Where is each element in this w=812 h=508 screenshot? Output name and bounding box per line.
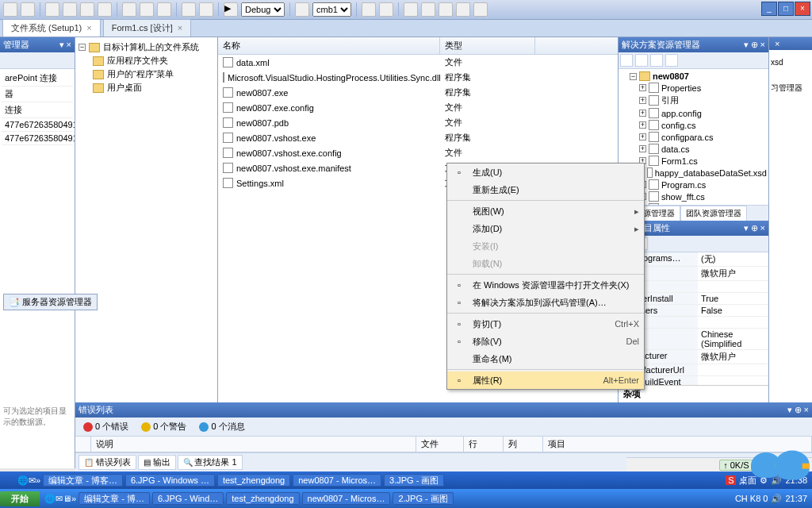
prop-value[interactable] (698, 317, 768, 328)
server-explorer-tab[interactable]: 📑 服务器资源管理器 (3, 294, 98, 310)
expand-icon[interactable]: + (639, 145, 646, 152)
find-icon[interactable] (295, 2, 309, 17)
cut-icon[interactable] (122, 2, 136, 17)
menu-item[interactable]: ▫剪切(T)Ctrl+X (447, 315, 644, 333)
vertical-tab[interactable]: xsd (769, 50, 812, 75)
file-row[interactable]: new0807.vshost.exe程序集 (218, 130, 618, 145)
prop-value[interactable]: 微软用户 (698, 350, 768, 364)
solution-item[interactable]: +show_fft.cs (639, 190, 767, 202)
filesys-icon[interactable] (421, 2, 435, 17)
tab-find-results[interactable]: 🔍 查找结果 1 (178, 455, 243, 470)
ime-icon[interactable]: S (726, 475, 736, 485)
close-icon[interactable]: × (804, 405, 809, 414)
close-icon[interactable]: × (760, 40, 765, 49)
tab-form1[interactable]: Form1.cs [设计]× (103, 19, 191, 37)
nav-fwd-icon[interactable] (21, 2, 35, 17)
vertical-tab[interactable]: 习管理器 (769, 75, 812, 102)
ime-lang[interactable]: CH K8 0 (735, 494, 768, 503)
conn-item[interactable]: 器 (2, 87, 73, 102)
dropdown-icon[interactable]: ▾ (744, 40, 749, 49)
undo-icon[interactable] (182, 2, 196, 17)
menu-item[interactable]: ▫移除(V)Del (447, 333, 644, 350)
tab-error-list[interactable]: 📋 错误列表 (79, 455, 136, 470)
tab-output[interactable]: ▤ 输出 (138, 455, 176, 470)
target-select[interactable]: cmb1 (312, 2, 351, 17)
nav-back-icon[interactable] (3, 2, 17, 17)
taskbar-button[interactable]: test_zhengdong (217, 474, 290, 487)
quick-launch-icon[interactable]: 🌐 (17, 475, 29, 486)
errors-filter[interactable]: 0 个错误 (80, 420, 132, 433)
file-row[interactable]: new0807.pdb文件 (218, 115, 618, 130)
minimize-button[interactable]: _ (761, 2, 777, 16)
prop-value[interactable]: 微软用户 (698, 267, 768, 280)
taskbar-button[interactable]: new0807 - Micros… (293, 474, 381, 487)
copy-icon[interactable] (140, 2, 154, 17)
taskbar-button[interactable]: 编辑文章 - 博… (79, 492, 150, 505)
registry-icon[interactable] (404, 2, 418, 17)
tree-node[interactable]: 用户的“程序”菜单 (93, 67, 214, 81)
col-project[interactable]: 项目 (543, 437, 812, 452)
menu-item[interactable]: 重新生成(E) (447, 181, 644, 198)
file-row[interactable]: new0807.exe.config文件 (218, 100, 618, 115)
close-icon[interactable]: × (760, 223, 765, 233)
file-row[interactable]: data.xml文件 (218, 55, 618, 70)
tab-filesystem[interactable]: 文件系统 (Setup1)× (2, 19, 101, 37)
solution-item[interactable]: +configpara.cs (639, 131, 767, 143)
expand-icon[interactable]: + (639, 84, 646, 91)
col-name[interactable]: 名称 (218, 37, 440, 54)
dropdown-icon[interactable]: ▾ (787, 405, 792, 414)
paste-icon[interactable] (157, 2, 171, 17)
quick-launch-icon[interactable]: 🌐 (44, 494, 56, 504)
pin-icon[interactable]: ▾ (59, 40, 64, 49)
show-all-icon[interactable] (635, 54, 648, 67)
file-row[interactable]: Microsoft.VisualStudio.HostingProcess.Ut… (218, 70, 618, 85)
file-row[interactable]: new0807.exe程序集 (218, 85, 618, 100)
project-node[interactable]: −new0807 (630, 71, 767, 82)
prop-value[interactable]: False (698, 305, 768, 316)
config-select[interactable]: Debug (241, 2, 285, 17)
tool2-icon[interactable] (379, 2, 393, 17)
prop-value[interactable]: True (698, 293, 768, 304)
menu-item[interactable]: ▫生成(U) (447, 164, 644, 181)
file-row[interactable]: new0807.vshost.exe.config文件 (218, 145, 618, 160)
close-icon[interactable]: × (775, 39, 779, 48)
messages-filter[interactable]: 0 个消息 (196, 420, 247, 433)
launch-icon[interactable] (473, 2, 488, 17)
col-icon[interactable] (75, 437, 91, 452)
solution-item[interactable]: +引用 (639, 94, 767, 107)
prop-value[interactable] (698, 376, 768, 385)
solution-item[interactable]: +data.cs (639, 143, 767, 155)
collapse-icon[interactable]: − (630, 73, 637, 80)
close-icon[interactable]: × (86, 23, 91, 33)
col-line[interactable]: 行 (464, 437, 504, 452)
refresh-icon[interactable] (2, 54, 13, 65)
prop-value[interactable] (698, 281, 768, 292)
expand-icon[interactable]: + (639, 133, 646, 140)
prop-value[interactable]: (无) (698, 252, 768, 266)
expand-icon[interactable]: + (639, 121, 646, 129)
close-icon[interactable]: × (67, 40, 71, 49)
solution-item[interactable]: +app.config (639, 107, 767, 119)
prop-value[interactable]: Chinese (Simplified (698, 329, 768, 349)
pin-icon[interactable]: ⊕ (751, 40, 758, 49)
tray-icon[interactable]: 🔊 (771, 494, 782, 504)
quick-launch-icon[interactable]: ✉ (29, 475, 36, 486)
save-icon[interactable] (80, 2, 94, 17)
desktop-label[interactable]: 桌面 (739, 475, 756, 487)
tool-icon[interactable] (362, 2, 376, 17)
dropdown-icon[interactable]: ▾ (744, 223, 749, 233)
tree-node[interactable]: 应用程序文件夹 (93, 54, 214, 67)
properties-icon[interactable] (620, 54, 633, 67)
col-type[interactable]: 类型 (440, 37, 535, 54)
tree-root[interactable]: −目标计算机上的文件系统 (79, 40, 214, 54)
col-desc[interactable]: 说明 (91, 437, 416, 452)
solution-item[interactable]: +happy_databaseDataSet.xsd (639, 167, 767, 179)
taskbar-button[interactable]: 6.JPG - Windows … (125, 474, 215, 487)
col-col[interactable]: 列 (504, 437, 543, 452)
quick-launch-icon[interactable]: 🖥 (63, 494, 71, 503)
conn-item[interactable]: 477e67263580491\sqlex (2, 118, 73, 132)
prop-value[interactable] (698, 364, 768, 375)
close-icon[interactable]: × (178, 23, 182, 33)
start-button[interactable]: 开始 (0, 491, 40, 506)
menu-item[interactable]: ▫将解决方案添加到源代码管理(A)… (447, 294, 644, 311)
